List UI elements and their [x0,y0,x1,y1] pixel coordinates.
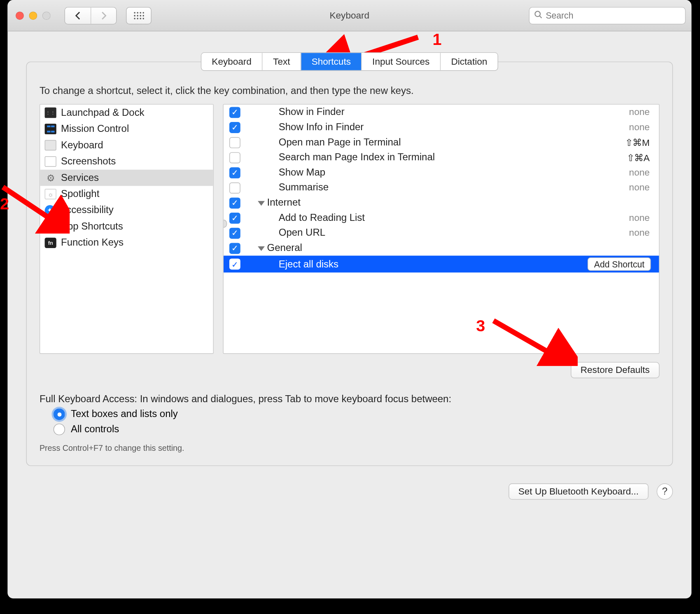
service-label: Summarise [279,182,329,193]
sidebar-item-label: App Shortcuts [61,221,123,232]
disclosure-triangle-icon[interactable] [258,201,265,206]
accessibility-icon: ✦ [45,205,55,216]
tab-text[interactable]: Text [262,53,301,70]
restore-defaults-button[interactable]: Restore Defaults [571,362,660,378]
radio-icon [54,424,65,435]
checkbox[interactable] [229,152,240,163]
shortcut-value[interactable]: none [629,107,650,117]
service-label: Show Map [279,167,325,178]
service-row[interactable]: ✓Show in Findernone [224,105,659,120]
screenshots-icon [45,156,56,166]
checkbox[interactable] [229,182,240,193]
service-row[interactable]: ✓Show Mapnone [224,165,659,180]
service-label: Open man Page in Terminal [279,136,401,148]
shortcut-value[interactable]: none [629,122,650,132]
shortcut-value[interactable]: ⇧⌘A [627,152,650,163]
svg-point-5 [137,15,138,16]
service-group-row[interactable]: ✓General [224,241,659,256]
service-row[interactable]: ✓Add to Reading Listnone [224,210,659,225]
forward-button [91,7,116,23]
shortcut-value[interactable]: none [629,213,650,223]
svg-point-9 [137,18,138,19]
close-icon[interactable] [16,11,24,19]
keyboard-icon [45,140,56,150]
help-button[interactable]: ? [657,483,673,499]
sidebar-item-label: Launchpad & Dock [61,107,145,118]
search-input[interactable] [546,10,680,20]
svg-line-13 [540,16,542,18]
service-row[interactable]: ✓Show Info in Findernone [224,120,659,135]
sidebar-item-label: Mission Control [61,123,129,135]
tab-dictation[interactable]: Dictation [440,53,498,70]
add-shortcut-button[interactable]: Add Shortcut [588,258,651,271]
minimize-icon[interactable] [29,11,37,19]
service-label: Open URL [279,227,325,238]
svg-point-8 [134,18,135,19]
checkbox[interactable]: ✓ [229,212,240,223]
tab-keyboard[interactable]: Keyboard [201,53,262,70]
sidebar-item-screenshots[interactable]: Screenshots [40,153,213,169]
sidebar-item-mission-control[interactable]: Mission Control [40,121,213,137]
tab-input-sources[interactable]: Input Sources [361,53,440,70]
shortcut-value[interactable]: ⇧⌘M [625,137,650,148]
sidebar-item-spotlight[interactable]: ☼ Spotlight [40,186,213,202]
show-all-button[interactable] [126,7,152,24]
service-label: Show Info in Finder [279,122,364,133]
service-row[interactable]: ✓Open URLnone [224,225,659,241]
checkbox[interactable]: ✓ [229,122,240,133]
svg-point-3 [142,12,144,13]
checkbox[interactable]: ✓ [229,167,240,178]
service-label: Internet [267,197,301,208]
back-button[interactable] [65,7,91,23]
svg-point-11 [142,18,144,19]
radio-label: Text boxes and lists only [71,408,178,420]
sidebar-item-label: Keyboard [61,139,103,151]
service-row[interactable]: Search man Page Index in Terminal⇧⌘A [224,150,659,165]
setup-bluetooth-button[interactable]: Set Up Bluetooth Keyboard... [509,483,649,499]
sidebar-item-app-shortcuts[interactable]: ✄ App Shortcuts [40,218,213,234]
service-label: General [267,242,302,253]
checkbox[interactable]: ✓ [229,258,240,270]
shortcuts-panel: To change a shortcut, select it, click t… [26,61,673,466]
service-row[interactable]: Open man Page in Terminal⇧⌘M [224,135,659,150]
control-f7-hint: Press Control+F7 to change this setting. [40,443,660,453]
tab-shortcuts[interactable]: Shortcuts [301,53,361,70]
checkbox[interactable]: ✓ [229,197,240,209]
svg-point-0 [134,12,135,13]
checkbox[interactable]: ✓ [229,107,240,118]
service-group-row[interactable]: ✓Internet [224,195,659,211]
sidebar-item-services[interactable]: ⚙ Services [40,170,213,186]
shortcut-value[interactable]: none [629,167,650,178]
service-row[interactable]: ✓Eject all disksAdd Shortcut [224,255,659,272]
fn-icon: fn [45,238,56,248]
radio-label: All controls [71,424,119,435]
radio-icon [54,408,65,420]
checkbox[interactable] [229,137,240,148]
disclosure-triangle-icon[interactable] [258,246,265,251]
radio-all-controls[interactable]: All controls [54,424,660,435]
service-label: Show in Finder [279,106,345,117]
full-keyboard-access-label: Full Keyboard Access: In windows and dia… [40,394,660,405]
radio-text-boxes[interactable]: Text boxes and lists only [54,408,660,420]
app-icon: ✄ [45,221,56,232]
sidebar-item-function-keys[interactable]: fn Function Keys [40,235,213,251]
service-label: Eject all disks [279,258,338,270]
window-controls [16,11,51,19]
sidebar-item-keyboard[interactable]: Keyboard [40,137,213,153]
gear-icon: ⚙ [45,173,56,183]
sidebar-item-launchpad[interactable]: ⋮⋮ Launchpad & Dock [40,105,213,121]
shortcut-value[interactable]: none [629,228,650,238]
prefs-tabs: Keyboard Text Shortcuts Input Sources Di… [201,52,499,71]
services-list[interactable]: ✓Show in Findernone✓Show Info in Findern… [223,104,659,354]
checkbox[interactable]: ✓ [229,227,240,239]
search-field[interactable] [529,7,686,24]
sidebar-item-label: Function Keys [61,237,124,248]
shortcut-value[interactable]: none [629,183,650,193]
category-sidebar[interactable]: ⋮⋮ Launchpad & Dock Mission Control Keyb… [40,104,214,354]
sidebar-item-accessibility[interactable]: ✦ Accessibility [40,202,213,218]
sidebar-item-label: Spotlight [61,188,99,200]
svg-point-12 [535,11,540,16]
service-row[interactable]: Summarisenone [224,180,659,195]
maximize-icon [42,11,51,19]
checkbox[interactable]: ✓ [229,243,240,254]
